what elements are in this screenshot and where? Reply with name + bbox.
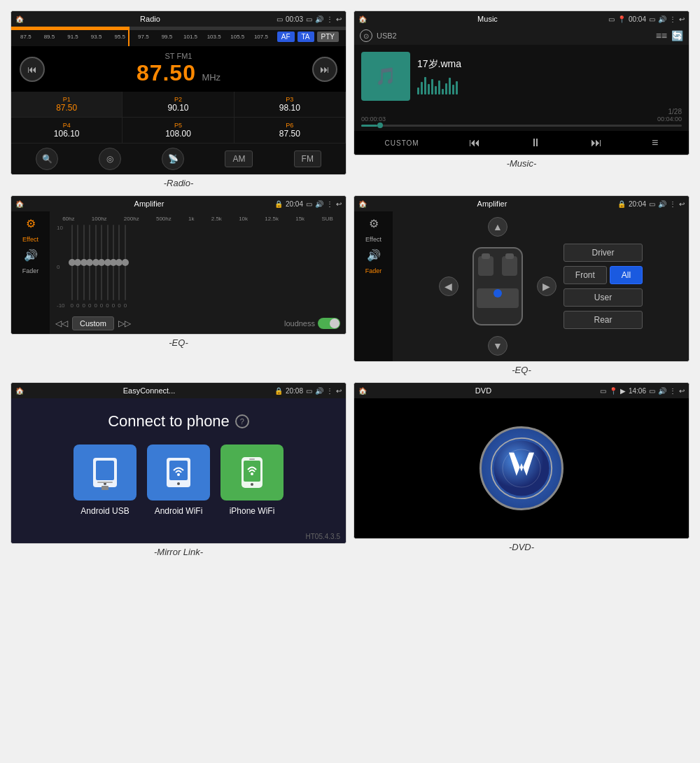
fader-right-button[interactable]: ▶ xyxy=(537,276,556,296)
fm-button[interactable]: FM xyxy=(294,150,321,167)
eq-slider-200hz[interactable]: 0 xyxy=(82,225,85,309)
menu-icon[interactable]: ⋮ xyxy=(669,15,676,23)
home-icon[interactable]: 🏠 xyxy=(358,387,367,395)
eq-slider-60hz[interactable]: 0 xyxy=(71,225,74,309)
home-icon[interactable]: 🏠 xyxy=(358,15,367,23)
equalizer-sliders-icon[interactable]: ⚙ xyxy=(26,217,36,230)
link-button[interactable]: ◎ xyxy=(99,148,121,170)
preset-p4[interactable]: P4 106.10 xyxy=(11,118,122,143)
back-icon[interactable]: ↩ xyxy=(336,15,342,23)
back-icon[interactable]: ↩ xyxy=(336,200,342,208)
eq-slider-10k[interactable]: 0 xyxy=(106,225,108,309)
android-wifi-icon[interactable] xyxy=(147,444,210,500)
android-wifi-option[interactable]: Android WiFi xyxy=(147,444,210,516)
eq-slider-sub[interactable]: 0 xyxy=(124,225,127,309)
menu-icon[interactable]: ⋮ xyxy=(669,200,676,208)
pin-icon: 📍 xyxy=(609,387,617,395)
radio-screen: 🏠 Radio ▭ 00:03 ▭ 🔊 ⋮ ↩ 87.5 89.5 91.5 9… xyxy=(10,10,346,175)
progress-bar[interactable] xyxy=(361,125,682,127)
preset-p3[interactable]: P3 98.10 xyxy=(234,92,346,117)
eq-slider-12k5[interactable]: 0 xyxy=(112,225,115,309)
loudness-toggle[interactable] xyxy=(318,318,340,329)
bar9 xyxy=(445,83,447,94)
eq-fader-label[interactable]: Fader xyxy=(365,267,382,274)
preset-p2[interactable]: P2 90.10 xyxy=(122,92,234,117)
prev-preset-icon[interactable]: ◁◁ xyxy=(55,318,68,328)
eq-main: 60hz 100hz 200hz 500hz 1k 2.5k 10k 12.5k… xyxy=(50,211,346,313)
zoom-button[interactable]: 🔍 xyxy=(36,148,58,170)
preset-p5[interactable]: P5 108.00 xyxy=(122,118,234,143)
back-icon[interactable]: ↩ xyxy=(679,15,685,23)
af-button[interactable]: AF xyxy=(277,31,295,42)
menu-icon[interactable]: ⋮ xyxy=(326,387,333,395)
am-button[interactable]: AM xyxy=(225,150,253,167)
eq-slider-1k[interactable]: 0 xyxy=(94,225,97,309)
music-title: Music xyxy=(370,15,606,23)
prev-button[interactable]: ⏮ xyxy=(469,136,480,149)
play-pause-button[interactable]: ⏸ xyxy=(530,136,541,149)
bar11 xyxy=(452,85,454,94)
pty-button[interactable]: PTY xyxy=(317,31,339,42)
playlist-button[interactable]: ≡ xyxy=(652,136,658,149)
front-button[interactable]: Front xyxy=(564,266,607,284)
eq-sidebar-left: ⚙ Effect 🔊 Fader xyxy=(11,211,50,334)
custom-preset-button[interactable]: Custom xyxy=(72,316,114,330)
toggle-knob xyxy=(330,318,340,328)
eq-effect-label[interactable]: Effect xyxy=(22,236,38,243)
signal-icon: ▭ xyxy=(649,387,655,395)
android-wifi-label: Android WiFi xyxy=(155,506,203,516)
ta-button[interactable]: TA xyxy=(298,31,314,42)
repeat-icon[interactable]: 🔄 xyxy=(671,30,683,41)
equalizer-icon[interactable]: ≡≡ xyxy=(656,30,667,41)
eq-loudness: loudness xyxy=(284,318,340,329)
preset-p6[interactable]: P6 87.50 xyxy=(234,118,346,143)
help-icon[interactable]: ? xyxy=(235,414,249,428)
next-preset-icon[interactable]: ▷▷ xyxy=(118,318,131,328)
radio-freq-display: ST FM1 87.50 MHz xyxy=(136,52,220,86)
menu-icon[interactable]: ⋮ xyxy=(326,15,333,23)
home-icon[interactable]: 🏠 xyxy=(358,200,367,208)
rear-button[interactable]: Rear xyxy=(564,311,643,329)
home-icon[interactable]: 🏠 xyxy=(15,387,24,395)
eq-speaker-icon[interactable]: 🔊 xyxy=(367,248,381,262)
preset-p1[interactable]: P1 87.50 xyxy=(11,92,122,117)
android-usb-option[interactable]: Android USB xyxy=(74,444,136,516)
iphone-wifi-option[interactable]: iPhone WiFi xyxy=(220,444,284,516)
eq-slider-500hz[interactable]: 0 xyxy=(88,225,91,309)
eq-slider-15k[interactable]: 0 xyxy=(118,225,120,309)
menu-icon[interactable]: ⋮ xyxy=(326,200,333,208)
eq-fader-label[interactable]: Fader xyxy=(22,267,39,274)
back-icon[interactable]: ↩ xyxy=(679,200,685,208)
equalizer-sliders-icon[interactable]: ⚙ xyxy=(369,217,379,230)
eq-speaker-icon[interactable]: 🔊 xyxy=(24,248,38,262)
next-button[interactable]: ⏭ xyxy=(591,136,602,149)
home-icon[interactable]: 🏠 xyxy=(15,15,24,23)
version-text: HT05.4.3.5 xyxy=(306,533,340,540)
eq-sliders[interactable]: 0 0 0 xyxy=(71,225,127,309)
signal-button[interactable]: 📡 xyxy=(162,148,184,170)
svg-point-15 xyxy=(177,482,180,485)
back-icon[interactable]: ↩ xyxy=(336,387,342,395)
driver-button[interactable]: Driver xyxy=(564,244,643,262)
user-button[interactable]: User xyxy=(564,288,643,307)
svg-rect-20 xyxy=(249,458,255,460)
all-button[interactable]: All xyxy=(610,266,643,284)
next-station-button[interactable]: ⏭ xyxy=(312,57,337,82)
eq-effect-label[interactable]: Effect xyxy=(365,236,382,243)
android-usb-icon[interactable] xyxy=(74,444,136,500)
fader-down-button[interactable]: ▼ xyxy=(488,336,507,356)
fader-up-button[interactable]: ▲ xyxy=(488,217,507,237)
eq-slider-100hz[interactable]: 0 xyxy=(76,225,79,309)
fader-left-button[interactable]: ◀ xyxy=(439,276,458,296)
mirror-title: EasyConnect... xyxy=(27,386,272,395)
android-usb-label: Android USB xyxy=(80,506,129,516)
menu-icon[interactable]: ⋮ xyxy=(669,387,676,395)
eq-slider-2k5[interactable]: 0 xyxy=(100,225,103,309)
eq-fader-main: ▲ ◀ xyxy=(393,211,689,361)
iphone-wifi-icon[interactable] xyxy=(220,444,284,500)
back-icon[interactable]: ↩ xyxy=(679,387,685,395)
eq-left-status-bar: 🏠 Amplifier 🔒 20:04 ▭ 🔊 ⋮ ↩ xyxy=(11,196,346,211)
prev-station-button[interactable]: ⏮ xyxy=(20,57,45,82)
home-icon[interactable]: 🏠 xyxy=(15,200,24,208)
custom-button[interactable]: CUSTOM xyxy=(385,139,419,147)
